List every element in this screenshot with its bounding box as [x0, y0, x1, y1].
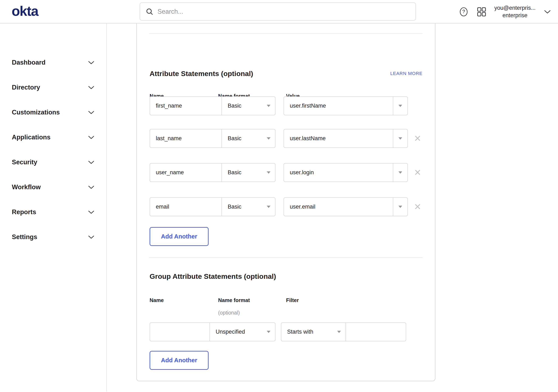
dropdown-arrow-icon — [267, 171, 270, 174]
sidebar-label: Dashboard — [12, 59, 88, 66]
attr-format-value: Basic — [228, 103, 264, 109]
filter-value-input[interactable] — [346, 323, 405, 341]
dropdown-arrow-icon — [399, 137, 402, 139]
learn-more-link[interactable]: LEARN MORE — [390, 71, 423, 76]
attr-value-input[interactable] — [284, 130, 393, 148]
dropdown-arrow-icon — [267, 331, 270, 333]
saml-settings-card: Attribute Statements (optional) LEARN MO… — [136, 24, 436, 381]
name-format-group: Basic — [149, 163, 275, 182]
dropdown-arrow-icon — [399, 105, 402, 107]
attr-format-select[interactable]: Basic — [221, 164, 275, 182]
attr-name-input[interactable] — [150, 198, 221, 216]
filter-group: Starts with — [281, 322, 406, 341]
sidebar-label: Settings — [12, 233, 88, 241]
sidebar-item-applications[interactable]: Applications — [0, 125, 106, 150]
attr-value-dropdown[interactable] — [393, 130, 407, 148]
top-bar: okta ? you@enterpris... enterprise — [0, 0, 558, 24]
value-combo-group — [284, 197, 408, 216]
sidebar-item-settings[interactable]: Settings — [0, 225, 106, 250]
topbar-right-cluster: ? you@enterpris... enterprise — [459, 0, 551, 24]
group-format-value: Unspecified — [216, 329, 264, 335]
value-combo-group — [284, 129, 408, 148]
value-combo-group — [284, 96, 408, 115]
dropdown-arrow-icon — [267, 105, 270, 107]
col-header-format-note: (optional) — [218, 310, 240, 316]
attr-value-dropdown[interactable] — [393, 164, 407, 182]
chevron-down-icon — [88, 111, 94, 114]
attribute-statements-title: Attribute Statements (optional) — [149, 70, 253, 78]
sidebar-label: Workflow — [12, 183, 88, 191]
chevron-down-icon — [88, 86, 94, 89]
group-attribute-statements-title: Group Attribute Statements (optional) — [149, 272, 276, 280]
dropdown-arrow-icon — [337, 331, 341, 333]
attr-format-select[interactable]: Basic — [221, 97, 275, 115]
chevron-down-icon — [88, 160, 94, 164]
attr-format-select[interactable]: Basic — [221, 130, 275, 148]
attr-value-input[interactable] — [284, 198, 393, 216]
sidebar-item-dashboard[interactable]: Dashboard — [0, 50, 106, 75]
account-menu[interactable]: you@enterpris... enterprise — [494, 4, 536, 19]
attr-value-input[interactable] — [284, 164, 393, 182]
sidebar-item-workflow[interactable]: Workflow — [0, 175, 106, 200]
attr-format-value: Basic — [228, 135, 264, 142]
attr-name-input[interactable] — [150, 164, 221, 182]
attr-value-dropdown[interactable] — [393, 198, 407, 216]
apps-grid-icon[interactable] — [477, 7, 486, 17]
attr-value-dropdown[interactable] — [393, 97, 407, 115]
section-divider — [149, 257, 423, 258]
dropdown-arrow-icon — [399, 171, 402, 174]
filter-type-value: Starts with — [287, 329, 334, 335]
col-header-name: Name — [149, 297, 164, 303]
sidebar-label: Directory — [12, 84, 88, 91]
sidebar-label: Customizations — [12, 109, 88, 116]
chevron-down-icon — [88, 235, 94, 239]
value-combo-group — [284, 163, 408, 182]
attr-name-input[interactable] — [150, 97, 221, 115]
name-format-group: Basic — [149, 129, 275, 148]
remove-row-button[interactable]: ✕ — [412, 129, 423, 148]
sidebar: Dashboard Directory Customizations Appli… — [0, 24, 107, 392]
help-icon[interactable]: ? — [459, 7, 469, 17]
dropdown-arrow-icon — [267, 206, 270, 208]
add-another-group-attribute-button[interactable]: Add Another — [149, 351, 209, 370]
sidebar-item-security[interactable]: Security — [0, 150, 106, 175]
search-icon — [145, 8, 154, 16]
search-input[interactable] — [157, 8, 416, 15]
chevron-down-icon — [88, 135, 94, 139]
sidebar-label: Security — [12, 158, 88, 166]
name-format-group: Basic — [149, 197, 275, 216]
group-format-select[interactable]: Unspecified — [209, 323, 275, 341]
add-another-attribute-button[interactable]: Add Another — [149, 227, 209, 246]
sidebar-item-customizations[interactable]: Customizations — [0, 100, 106, 125]
attr-value-input[interactable] — [284, 97, 393, 115]
remove-row-button[interactable]: ✕ — [412, 163, 423, 182]
chevron-down-icon — [88, 210, 94, 214]
group-name-input[interactable] — [150, 323, 209, 341]
filter-type-select[interactable]: Starts with — [281, 323, 346, 341]
sidebar-label: Reports — [12, 208, 88, 216]
sidebar-item-reports[interactable]: Reports — [0, 200, 106, 225]
sidebar-label: Applications — [12, 134, 88, 141]
name-format-group: Basic — [149, 96, 275, 115]
remove-row-button[interactable]: ✕ — [412, 197, 423, 216]
attr-format-value: Basic — [228, 169, 264, 176]
account-chevron-down-icon[interactable] — [544, 9, 551, 14]
name-format-group: Unspecified — [149, 322, 275, 341]
account-email: you@enterpris... — [494, 4, 536, 12]
global-search[interactable] — [140, 2, 416, 21]
attr-name-input[interactable] — [150, 130, 221, 148]
okta-logo[interactable]: okta — [12, 4, 38, 18]
col-header-format: Name format — [218, 297, 250, 303]
sidebar-item-directory[interactable]: Directory — [0, 75, 106, 100]
col-header-filter: Filter — [286, 297, 299, 303]
main-area: Attribute Statements (optional) LEARN MO… — [107, 24, 558, 392]
svg-text:?: ? — [462, 9, 465, 14]
account-org: enterprise — [494, 12, 536, 19]
chevron-down-icon — [88, 185, 94, 189]
dropdown-arrow-icon — [267, 137, 270, 139]
attr-format-select[interactable]: Basic — [221, 198, 275, 216]
section-divider — [149, 33, 423, 34]
chevron-down-icon — [88, 61, 94, 65]
dropdown-arrow-icon — [399, 206, 402, 208]
attr-format-value: Basic — [228, 204, 264, 210]
